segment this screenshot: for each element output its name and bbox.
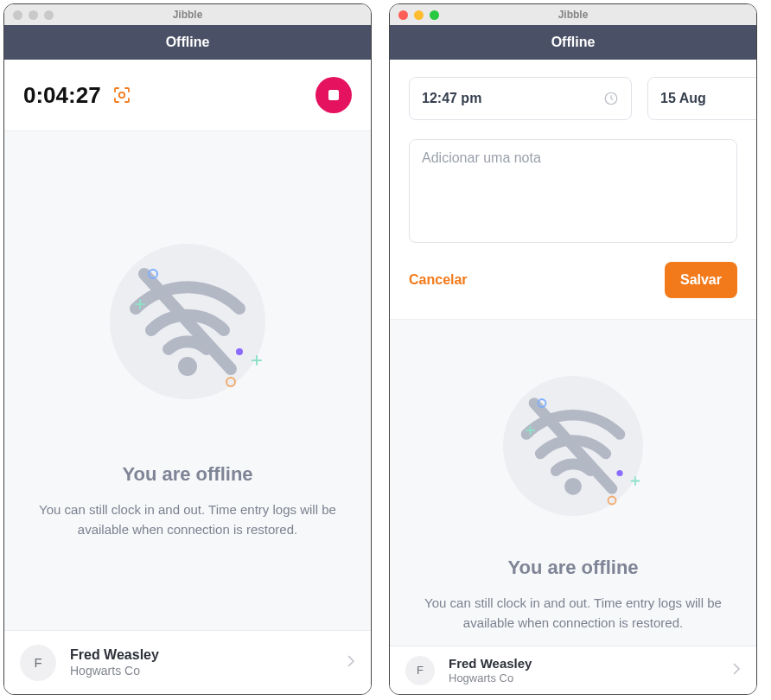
window-minimize-button[interactable]	[414, 10, 424, 20]
save-button[interactable]: Salvar	[665, 262, 737, 298]
offline-heading: You are offline	[507, 557, 638, 579]
chevron-right-icon	[732, 662, 741, 679]
status-bar: Offline	[4, 25, 371, 60]
titlebar: Jibble	[4, 4, 371, 25]
clock-icon	[603, 91, 619, 106]
window-zoom-button[interactable]	[44, 10, 54, 20]
offline-heading: You are offline	[122, 463, 252, 486]
timer-row: 0:04:27	[4, 60, 371, 130]
user-info: Fred Weasley Hogwarts Co	[70, 647, 347, 678]
timer-value: 0:04:27	[23, 82, 101, 109]
chevron-right-icon	[347, 654, 355, 671]
avatar: F	[20, 645, 56, 681]
offline-description: You can still clock in and out. Time ent…	[32, 500, 343, 540]
note-input-wrap[interactable]	[409, 139, 737, 243]
status-label: Offline	[551, 35, 596, 50]
window-close-button[interactable]	[398, 10, 408, 20]
offline-panel: You are offline You can still clock in a…	[4, 130, 371, 630]
user-footer[interactable]: F Fred Weasley Hogwarts Co	[390, 646, 756, 694]
window-zoom-button[interactable]	[430, 10, 439, 20]
user-info: Fred Weasley Hogwarts Co	[449, 656, 732, 684]
time-input[interactable]	[422, 91, 603, 106]
stop-button[interactable]	[315, 77, 352, 113]
entry-form: Cancelar Salvar	[390, 60, 756, 319]
window-title: Jibble	[4, 9, 371, 21]
cancel-button[interactable]: Cancelar	[409, 272, 468, 288]
titlebar: Jibble	[390, 4, 756, 25]
date-input[interactable]	[660, 91, 757, 106]
time-input-wrap[interactable]	[409, 77, 632, 120]
offline-illustration	[495, 368, 651, 527]
offline-panel: You are offline You can still clock in a…	[390, 319, 756, 646]
status-label: Offline	[166, 35, 210, 50]
stop-icon	[328, 90, 339, 100]
user-company: Hogwarts Co	[70, 664, 347, 678]
offline-illustration	[101, 235, 274, 411]
left-window: Jibble Offline 0:04:27 You are offline Y…	[3, 3, 372, 695]
date-input-wrap[interactable]	[647, 77, 757, 120]
face-detect-icon	[112, 85, 132, 105]
svg-point-6	[118, 92, 124, 98]
note-input[interactable]	[422, 150, 724, 232]
user-footer[interactable]: F Fred Weasley Hogwarts Co	[4, 630, 371, 694]
user-name: Fred Weasley	[70, 647, 347, 663]
user-company: Hogwarts Co	[449, 671, 732, 684]
status-bar: Offline	[390, 25, 756, 60]
window-title: Jibble	[390, 9, 756, 21]
right-window: Jibble Offline Cancelar Salvar	[389, 3, 757, 695]
user-name: Fred Weasley	[449, 656, 732, 671]
offline-description: You can still clock in and out. Time ent…	[417, 593, 729, 633]
avatar: F	[405, 656, 435, 685]
window-minimize-button[interactable]	[29, 10, 38, 20]
window-close-button[interactable]	[13, 10, 22, 20]
